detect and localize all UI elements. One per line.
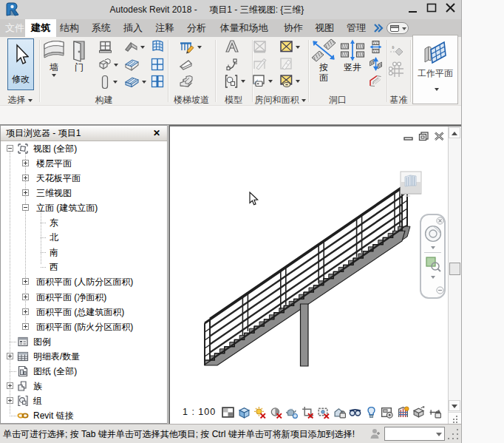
- panel-label-opening[interactable]: 洞口: [308, 95, 367, 105]
- column-dropdown-caret[interactable]: [113, 81, 118, 84]
- displacement-icon[interactable]: [412, 406, 425, 419]
- tree-item-label[interactable]: Revit 链接: [33, 410, 74, 422]
- workset-dropdown[interactable]: [384, 427, 445, 441]
- tag-area-button[interactable]: [279, 74, 300, 88]
- navbar-close-icon[interactable]: [436, 217, 444, 225]
- component-button[interactable]: [98, 58, 118, 72]
- tree-item[interactable]: 北: [1, 230, 167, 245]
- modify-button[interactable]: 修改: [7, 38, 34, 90]
- tab-3[interactable]: 系统: [89, 19, 113, 37]
- navbar-minimize-icon[interactable]: [436, 286, 444, 294]
- minimize-button[interactable]: [403, 0, 422, 16]
- tree-item[interactable]: 立面 (建筑立面): [1, 200, 167, 215]
- scrollbar-splitter[interactable]: [449, 412, 461, 425]
- tree-expander-plus[interactable]: [22, 294, 29, 300]
- area-boundary-button[interactable]: [279, 57, 293, 71]
- zoom-tool-icon[interactable]: [426, 257, 441, 272]
- hide-isolate-icon[interactable]: [349, 406, 361, 419]
- floor-dropdown-caret[interactable]: [142, 81, 146, 84]
- tree-item-label[interactable]: 立面 (建筑立面): [36, 202, 98, 214]
- tree-item-label[interactable]: 西: [50, 261, 58, 273]
- crop-view-icon[interactable]: [302, 406, 314, 419]
- railing-dropdown-caret[interactable]: [197, 46, 202, 49]
- tree-item-label[interactable]: 南: [50, 246, 58, 258]
- tab-5[interactable]: 注释: [153, 19, 177, 37]
- tree-item-label[interactable]: 图纸 (全部): [33, 365, 77, 377]
- mullion-button[interactable]: [150, 74, 165, 89]
- tab-8[interactable]: 协作: [279, 19, 307, 37]
- tree-item-label[interactable]: 东: [50, 217, 58, 229]
- panel-label-room-area[interactable]: 房间和面积: [252, 95, 308, 105]
- view-scale-button[interactable]: 1 : 100: [183, 407, 216, 417]
- tree-item[interactable]: 明细表/数量: [1, 349, 167, 364]
- tree-item[interactable]: 图例: [1, 334, 167, 349]
- tree-expander-minus[interactable]: [7, 145, 13, 152]
- rendering-dialog-icon[interactable]: [285, 406, 298, 419]
- tab-4[interactable]: 插入: [121, 19, 145, 37]
- component-dropdown-caret[interactable]: [114, 64, 118, 67]
- tag-room-dropdown-caret[interactable]: [268, 80, 273, 83]
- tree-item-label[interactable]: 族: [33, 380, 42, 392]
- shaft-button[interactable]: 竖井: [338, 38, 367, 72]
- room-separator-button[interactable]: [253, 57, 267, 71]
- tree-item[interactable]: 南: [1, 245, 167, 260]
- model-text-button[interactable]: [225, 39, 239, 54]
- tree-item-label[interactable]: 图例: [33, 336, 51, 348]
- tab-9[interactable]: 视图: [310, 19, 338, 37]
- tree-expander-plus[interactable]: [22, 278, 29, 285]
- project-browser-close-icon[interactable]: ✕: [151, 127, 163, 139]
- tab-10[interactable]: 管理: [342, 19, 370, 37]
- tree-expander-plus[interactable]: [22, 308, 29, 315]
- detail-level-icon[interactable]: [222, 406, 234, 419]
- tree-expander-plus[interactable]: [22, 189, 29, 196]
- panel-label-select[interactable]: 选择: [0, 95, 40, 105]
- tree-expander-minus[interactable]: [22, 204, 29, 211]
- scrollbar-thumb[interactable]: [449, 263, 460, 275]
- scroll-up-arrow[interactable]: [449, 127, 460, 138]
- curtain-system-button[interactable]: [150, 39, 165, 54]
- ramp-button[interactable]: [179, 58, 194, 72]
- tree-item[interactable]: 面积平面 (防火分区面积): [1, 319, 167, 334]
- steering-wheel-icon[interactable]: [424, 225, 442, 243]
- panel-label-datum[interactable]: 基准: [386, 95, 411, 105]
- tree-item[interactable]: 东: [1, 215, 167, 230]
- tree-expander-plus[interactable]: [22, 175, 29, 181]
- roof-button[interactable]: [124, 40, 145, 54]
- tree-item-label[interactable]: 天花板平面: [36, 172, 81, 184]
- tag-room-button[interactable]: [252, 74, 273, 88]
- area-dropdown-caret[interactable]: [296, 46, 300, 49]
- tree-item-label[interactable]: 视图 (全部): [33, 143, 77, 155]
- tree-item[interactable]: 楼层平面: [1, 156, 167, 171]
- panel-label-stairs[interactable]: 楼梯坡道: [168, 95, 215, 105]
- tree-item[interactable]: 天花板平面: [1, 171, 167, 186]
- analytical-model-icon[interactable]: [397, 406, 409, 419]
- zoom-tool-caret[interactable]: [431, 276, 435, 279]
- steering-wheel-caret[interactable]: [431, 246, 435, 249]
- vertical-scrollbar[interactable]: [448, 126, 461, 424]
- workplane-label[interactable]: 工作平面: [418, 67, 453, 80]
- tab-file[interactable]: 文件: [3, 19, 27, 37]
- tab-overflow-chevrons-icon[interactable]: [372, 23, 384, 33]
- door-button[interactable]: 门: [68, 38, 90, 72]
- scroll-down-arrow[interactable]: [449, 400, 460, 411]
- tree-item[interactable]: 组: [1, 393, 167, 408]
- wall-button[interactable]: 墙: [41, 38, 67, 77]
- tree-expander-plus[interactable]: [7, 353, 13, 359]
- tree-item-label[interactable]: 组: [33, 395, 42, 407]
- tree-item[interactable]: 图纸 (全部): [1, 364, 167, 379]
- tree-item[interactable]: 面积平面 (人防分区面积): [1, 274, 167, 289]
- maximize-button[interactable]: [422, 0, 441, 16]
- tab-1[interactable]: 建筑: [25, 19, 56, 37]
- wall-opening-button[interactable]: [369, 40, 383, 54]
- tree-item-label[interactable]: 面积平面 (防火分区面积): [36, 321, 133, 333]
- tree-item[interactable]: 族: [1, 379, 167, 393]
- close-button[interactable]: [440, 0, 460, 16]
- tree-item-label[interactable]: 三维视图: [36, 187, 72, 199]
- dormer-button[interactable]: [369, 74, 383, 88]
- tree-item-label[interactable]: 明细表/数量: [33, 351, 80, 362]
- crop-region-icon[interactable]: [317, 406, 330, 419]
- stair-button[interactable]: [179, 75, 194, 89]
- tree-item-label[interactable]: 楼层平面: [36, 158, 72, 169]
- roof-dropdown-caret[interactable]: [140, 46, 145, 49]
- column-button[interactable]: [99, 75, 118, 89]
